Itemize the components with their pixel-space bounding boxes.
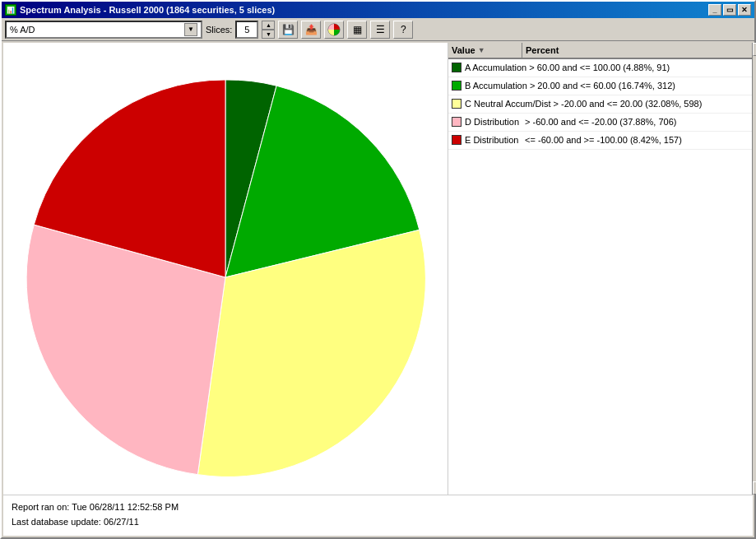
legend-item-e[interactable]: E Distribution <= -60.00 and >= -100.00 …	[448, 132, 752, 150]
export-button[interactable]: 📤	[301, 21, 321, 39]
legend-panel: Value ▼ Percent A Accumulation > 60.00 a…	[448, 43, 752, 495]
legend-range-e: <= -60.00 and >= -100.00 (8.42%, 157)	[525, 135, 682, 145]
dropdown-arrow-icon[interactable]: ▼	[184, 23, 197, 36]
db-update-label: Last database update:	[12, 517, 101, 527]
list-button[interactable]: ☰	[370, 21, 390, 39]
scroll-track[interactable]	[753, 56, 756, 481]
pie-chart	[12, 55, 439, 483]
legend-color-b	[452, 81, 461, 91]
legend-text-e: E Distribution <= -60.00 and >= -100.00 …	[465, 134, 682, 146]
ran-on-label: Report ran on:	[12, 502, 69, 512]
legend-item-c[interactable]: C Neutral Accum/Dist > -20.00 and <= 20.…	[448, 95, 752, 114]
legend-header: Value ▼ Percent	[448, 43, 752, 59]
legend-name-c: C Neutral Accum/Dist	[465, 98, 551, 109]
legend-name-a: A Accumulation	[465, 62, 526, 73]
scrollbar: ▲ ▼	[752, 43, 756, 495]
legend-name-d: D Distribution	[465, 116, 522, 128]
pie-chart-button[interactable]	[324, 21, 344, 39]
chart-area	[3, 43, 448, 495]
legend-color-d	[452, 117, 461, 127]
legend-range-d: > -60.00 and <= -20.00 (37.88%, 706)	[525, 117, 676, 127]
sort-icon: ▼	[478, 46, 485, 54]
footer-ran-on: Report ran on: Tue 06/28/11 12:52:58 PM	[12, 500, 744, 515]
db-update-value: 06/27/11	[104, 517, 139, 527]
metric-dropdown[interactable]: % A/D ▼	[5, 21, 202, 39]
legend-name-b: B Accumulation	[465, 80, 527, 91]
footer-db-update: Last database update: 06/27/11	[12, 515, 744, 530]
legend-col-value-header[interactable]: Value ▼	[448, 43, 522, 58]
legend-color-c	[452, 99, 461, 109]
step-up-button[interactable]: ▲	[262, 21, 275, 30]
legend-item-a[interactable]: A Accumulation > 60.00 and <= 100.00 (4.…	[448, 59, 752, 77]
restore-button[interactable]: ▭	[723, 4, 736, 16]
content-area: Value ▼ Percent A Accumulation > 60.00 a…	[3, 43, 753, 536]
legend-text-d: D Distribution > -60.00 and <= -20.00 (3…	[465, 116, 676, 128]
legend-range-c: > -20.00 and <= 20.00 (32.08%, 598)	[554, 99, 703, 109]
close-button[interactable]: ✕	[738, 4, 751, 16]
save-button[interactable]: 💾	[278, 21, 298, 39]
scroll-down-button[interactable]: ▼	[753, 481, 756, 495]
toolbar: % A/D ▼ Slices: 5 ▲ ▼ 💾 📤 ▦ ☰ ?	[2, 18, 754, 41]
slices-stepper[interactable]: ▲ ▼	[262, 21, 275, 39]
legend-name-e: E Distribution	[465, 134, 522, 146]
title-bar-controls: _ ▭ ✕	[708, 4, 751, 16]
legend-color-a	[452, 63, 461, 72]
window-title: Spectrum Analysis - Russell 2000 (1864 s…	[20, 5, 275, 15]
dropdown-value: % A/D	[10, 25, 35, 35]
legend-text-c: C Neutral Accum/Dist > -20.00 and <= 20.…	[465, 98, 702, 109]
title-bar-text: 📊 Spectrum Analysis - Russell 2000 (1864…	[5, 4, 275, 16]
legend-color-e	[452, 135, 461, 145]
step-down-button[interactable]: ▼	[262, 30, 275, 39]
minimize-button[interactable]: _	[708, 4, 721, 16]
legend-range-a: > 60.00 and <= 100.00 (4.88%, 91)	[529, 63, 670, 72]
legend-item-b[interactable]: B Accumulation > 20.00 and <= 60.00 (16.…	[448, 77, 752, 95]
legend-text-b: B Accumulation > 20.00 and <= 60.00 (16.…	[465, 80, 675, 91]
help-button[interactable]: ?	[393, 21, 413, 39]
footer: Report ran on: Tue 06/28/11 12:52:58 PM …	[3, 495, 753, 536]
title-bar: 📊 Spectrum Analysis - Russell 2000 (1864…	[2, 2, 754, 18]
scroll-up-button[interactable]: ▲	[753, 43, 756, 56]
legend-items: A Accumulation > 60.00 and <= 100.00 (4.…	[448, 59, 752, 495]
main-content: Value ▼ Percent A Accumulation > 60.00 a…	[3, 43, 753, 495]
slices-value: 5	[244, 25, 249, 35]
main-window: 📊 Spectrum Analysis - Russell 2000 (1864…	[0, 0, 756, 539]
slices-label: Slices:	[206, 25, 232, 35]
legend-item-d[interactable]: D Distribution > -60.00 and <= -20.00 (3…	[448, 114, 752, 132]
app-icon: 📊	[5, 4, 16, 16]
slices-input[interactable]: 5	[235, 21, 258, 39]
legend-range-b: > 20.00 and <= 60.00 (16.74%, 312)	[530, 81, 675, 91]
legend-text-a: A Accumulation > 60.00 and <= 100.00 (4.…	[465, 62, 670, 73]
table-button[interactable]: ▦	[347, 21, 367, 39]
ran-on-value: Tue 06/28/11 12:52:58 PM	[72, 502, 179, 512]
legend-col-percent-header[interactable]: Percent	[522, 43, 752, 58]
